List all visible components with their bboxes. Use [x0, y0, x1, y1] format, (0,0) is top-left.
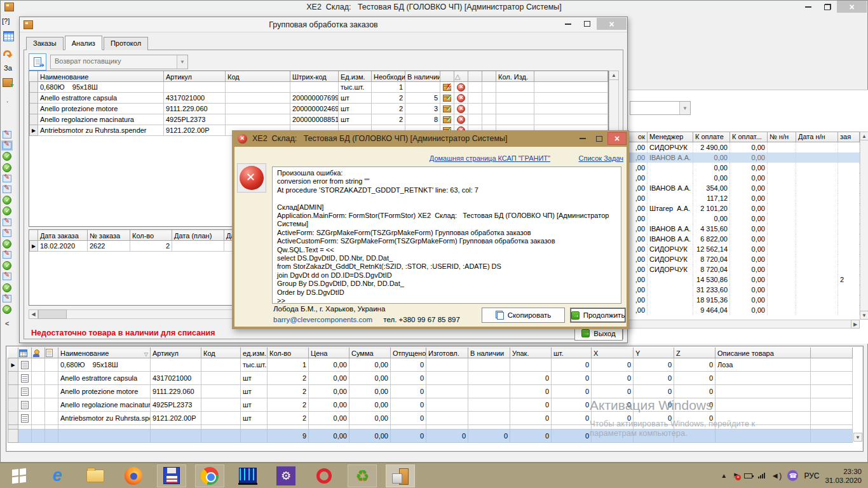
chevron-down-icon[interactable]: ▼: [177, 55, 187, 69]
col-plan-date[interactable]: Дата (план): [172, 231, 224, 241]
order-row[interactable]: ,00 9 464,04 0,00: [627, 305, 860, 315]
sidebar-row-icon[interactable]: [3, 251, 11, 259]
remove-icon[interactable]: [457, 105, 465, 113]
order-row[interactable]: ,00 Штагер А.А. 2 101,20 0,00: [627, 203, 860, 214]
order-row[interactable]: ,00 СИДОРЧУК 2 490,00 0,00: [627, 142, 860, 152]
taskbar-chrome[interactable]: [195, 464, 224, 487]
col-made[interactable]: Изготовл.: [426, 348, 468, 358]
col-x[interactable]: X: [592, 348, 634, 358]
customer-icon[interactable]: [32, 349, 40, 357]
col-order-number[interactable]: № заказа: [88, 231, 130, 241]
grid-icon[interactable]: [3, 31, 14, 41]
col-released[interactable]: Отпущено: [391, 348, 426, 358]
col-article[interactable]: Артикул: [151, 348, 201, 358]
taskbar-file-explorer[interactable]: [81, 464, 110, 487]
col-unit[interactable]: ед.изм.: [241, 348, 268, 358]
hidden-icons-arrow[interactable]: ▲: [721, 472, 727, 479]
scroll-up-icon[interactable]: ▲: [609, 71, 619, 80]
col-article[interactable]: Артикул: [164, 72, 226, 82]
sidebar-row-icon[interactable]: [3, 305, 11, 314]
order-row[interactable]: ,00 31 233,60 0,00: [627, 285, 860, 295]
order-row[interactable]: ,00 ІВАНОВ А.А. 354,00 0,00: [627, 183, 860, 193]
sidebar-row-icon[interactable]: [3, 295, 11, 302]
order-row[interactable]: ,00 18 915,36 0,00: [627, 295, 860, 305]
detail-scroll-down-icon[interactable]: ▼: [853, 433, 862, 442]
sidebar-row-icon[interactable]: [3, 152, 11, 161]
action-center-icon[interactable]: ⚑: [733, 472, 738, 479]
sidebar-row-icon[interactable]: [3, 142, 11, 149]
order-row[interactable]: ,00 0,00 0,00: [627, 173, 860, 183]
col-qty[interactable]: Кол-во: [268, 348, 309, 358]
col-unit[interactable]: Ед.изм.: [339, 72, 372, 82]
col-price[interactable]: Цена: [309, 348, 349, 358]
sidebar-row-icon[interactable]: [3, 229, 11, 237]
col-code[interactable]: Код: [226, 72, 290, 82]
orders-hscrollbar[interactable]: [627, 320, 860, 329]
help-label[interactable]: [?]: [2, 17, 10, 25]
scroll-left-arrow[interactable]: <: [5, 320, 9, 327]
col-name[interactable]: Наименование: [38, 72, 164, 82]
sidebar-row-icon[interactable]: [3, 240, 11, 248]
row-document-icon[interactable]: [21, 361, 29, 369]
volume-icon[interactable]: ◄): [771, 471, 782, 480]
col-z[interactable]: Z: [674, 348, 715, 358]
sidebar-row-icon[interactable]: [3, 163, 11, 172]
taskbar-floppy-app[interactable]: [157, 464, 186, 487]
copy-button[interactable]: Скопировать: [482, 308, 565, 323]
taskbar-internet-explorer[interactable]: e: [43, 464, 72, 487]
add-box-icon[interactable]: [3, 78, 13, 87]
col-barcode[interactable]: Штрих-код: [290, 72, 339, 82]
detail-row[interactable]: Anello regolazione macinatura 4925PL2373…: [8, 398, 853, 412]
order-row[interactable]: ,00 СИДОРЧУК 8 720,04 0,00: [627, 254, 860, 264]
detail-row[interactable]: Anello protezione motore 9111.229.060 шт…: [8, 385, 853, 398]
chevron-down-icon[interactable]: ▼: [679, 102, 690, 114]
viber-icon[interactable]: ☎: [787, 470, 798, 481]
row-document-icon[interactable]: [21, 388, 29, 396]
sidebar-row-icon[interactable]: [3, 186, 11, 193]
analysis-row[interactable]: Anello regolazione macinatura 4925PL2373…: [30, 114, 608, 125]
col-needed[interactable]: Необходимо: [372, 72, 405, 82]
operation-combo[interactable]: Возврат поставщику ▼: [50, 55, 188, 69]
orders-vscrollbar[interactable]: [860, 132, 868, 320]
taskbar-settings[interactable]: ⚙: [271, 464, 301, 487]
detail-row[interactable]: Antriebsmotor zu Ruhrsta.spend 9121.202.…: [8, 412, 853, 425]
language-indicator[interactable]: РУС: [804, 471, 819, 480]
analysis-row[interactable]: Anello estrattore capsula 4317021000 200…: [30, 93, 608, 104]
taskbar-database-app[interactable]: [233, 464, 262, 487]
restore-button[interactable]: [818, 1, 837, 13]
col-available[interactable]: В наличии: [405, 72, 440, 82]
sidebar-row-icon[interactable]: [3, 196, 11, 205]
col-description[interactable]: Описание товара: [715, 348, 811, 358]
battery-icon[interactable]: [744, 473, 752, 478]
taskbar-warehouse-app[interactable]: [386, 464, 415, 487]
order-row[interactable]: ,00 14 530,86 0,00 2: [627, 274, 860, 285]
tab-protocol[interactable]: Протокол: [104, 37, 148, 50]
col-order-qty[interactable]: Кол-во: [130, 231, 172, 241]
tab-orders[interactable]: Заказы: [26, 37, 64, 50]
group-minimize-button[interactable]: [559, 18, 578, 30]
col-y[interactable]: Y: [634, 348, 674, 358]
sidebar-row-icon[interactable]: [3, 283, 11, 292]
sidebar-row-icon[interactable]: [3, 219, 11, 226]
order-row[interactable]: ,00 0,00 0,00: [627, 214, 860, 224]
detail-row[interactable]: ▶ 0,680Ю 95х18Ш тыс.шт. 1 0,00 0,00 0: [8, 358, 853, 372]
remove-icon[interactable]: [457, 116, 465, 124]
scroll-right-icon[interactable]: ▶: [851, 320, 860, 329]
dialog-minimize-button[interactable]: [574, 133, 591, 145]
col-name[interactable]: Наименование▽: [58, 348, 151, 358]
error-message[interactable]: Произошла ошибка: conversion error from …: [272, 166, 621, 304]
col-order-date[interactable]: Дата заказа: [38, 231, 88, 241]
sort-icon[interactable]: △: [454, 72, 468, 82]
minimize-button[interactable]: [799, 1, 818, 13]
col-pack[interactable]: Упак.: [510, 348, 552, 358]
sidebar-tab-orders[interactable]: За: [4, 64, 12, 72]
col-code[interactable]: Код: [201, 348, 241, 358]
group-close-button[interactable]: ×: [597, 18, 627, 30]
row-document-icon[interactable]: [21, 414, 29, 423]
start-button[interactable]: [4, 464, 34, 487]
order-row[interactable]: ,00 СИДОРЧУК 12 562,14 0,00: [627, 244, 860, 254]
clock[interactable]: 23:30 31.03.2020: [825, 467, 862, 485]
sidebar-row-icon[interactable]: [3, 261, 11, 270]
sidebar-row-icon[interactable]: [3, 207, 11, 215]
order-row[interactable]: ,00 СИДОРЧУК 8 720,04 0,00: [627, 264, 860, 274]
